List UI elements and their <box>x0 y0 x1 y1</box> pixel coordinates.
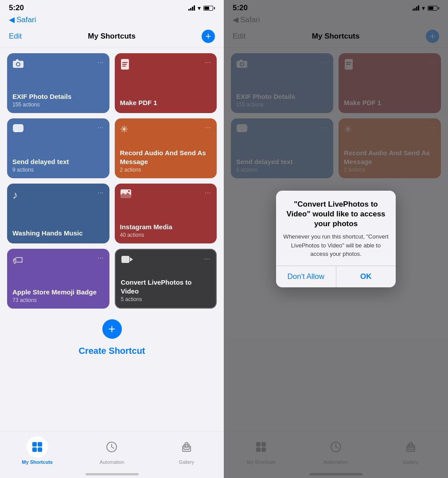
card-title-exif: EXIF Photo Details <box>12 92 104 101</box>
svg-line-20 <box>112 447 114 448</box>
card-apple[interactable]: 🏷 ··· Apple Store Memoji Badge 73 action… <box>7 249 109 309</box>
svg-rect-16 <box>32 447 37 452</box>
svg-rect-6 <box>122 64 127 65</box>
card-music[interactable]: ♪ ··· Washing Hands Music <box>7 184 109 243</box>
tab-label-shortcuts-left: My Shortcuts <box>22 459 53 465</box>
card-instagram[interactable]: ··· Instagram Media 40 actions <box>115 184 217 243</box>
clock-icon-left <box>105 441 118 453</box>
status-bar-left: 5:20 ▾ <box>0 0 224 14</box>
right-panel: 5:20 ▾ ◀ Safari Edit My Shortcuts + <box>224 0 448 478</box>
page-title-left: My Shortcuts <box>88 32 136 41</box>
card-title-pdf: Make PDF 1 <box>120 98 212 107</box>
svg-rect-22 <box>184 444 189 450</box>
home-indicator-left <box>86 473 139 475</box>
create-shortcut-left[interactable]: Create Shortcut <box>0 346 224 360</box>
more-icon-pdf[interactable]: ··· <box>205 59 211 66</box>
card-audio[interactable]: ✳ ··· Record Audio And Send As Message 2… <box>115 118 217 178</box>
wifi-icon-left: ▾ <box>198 4 201 12</box>
dialog-message: Whenever you run this shortcut, "Convert… <box>283 232 389 259</box>
tab-label-gallery-left: Gallery <box>179 459 194 465</box>
ok-button[interactable]: OK <box>336 266 396 287</box>
music-icon: ♪ <box>12 189 18 201</box>
edit-button-left[interactable]: Edit <box>9 32 22 41</box>
card-title-text: Send delayed text <box>12 157 104 166</box>
tab-automation-left[interactable]: Automation <box>74 436 149 465</box>
card-text[interactable]: ··· Send delayed text 9 actions <box>7 118 109 178</box>
card-pdf[interactable]: ··· Make PDF 1 <box>115 53 217 113</box>
battery-icon-left <box>203 6 215 11</box>
card-title-apple: Apple Store Memoji Badge <box>12 288 104 297</box>
photo-icon <box>120 189 132 201</box>
more-icon-apple[interactable]: ··· <box>97 254 104 261</box>
camera-icon <box>12 59 24 71</box>
svg-rect-7 <box>122 66 126 67</box>
svg-rect-12 <box>121 256 129 263</box>
left-panel: 5:20 ▾ ◀ Safari Edit My Shortcuts + <box>0 0 224 478</box>
more-icon-music[interactable]: ··· <box>97 189 104 196</box>
spinner-icon: ✳ <box>120 124 128 135</box>
tab-gallery-left[interactable]: Gallery <box>149 436 224 465</box>
back-label-left[interactable]: Safari <box>16 16 36 24</box>
chat-icon <box>12 124 24 137</box>
card-title-instagram: Instagram Media <box>120 223 212 231</box>
permission-dialog: "Convert LivePhotos to Video" would like… <box>276 191 396 287</box>
svg-rect-3 <box>16 59 19 61</box>
add-button-left[interactable]: + <box>202 30 215 43</box>
shortcuts-grid-left: ··· EXIF Photo Details 155 actions ··· <box>0 48 224 314</box>
layers-icon-left <box>180 441 193 453</box>
card-title-music: Washing Hands Music <box>12 229 104 238</box>
dialog-actions: Don't Allow OK <box>276 266 396 287</box>
card-subtitle-convert: 5 actions <box>121 296 211 302</box>
video-icon <box>121 255 133 266</box>
card-subtitle-exif: 155 actions <box>12 102 104 108</box>
dialog-title: "Convert LivePhotos to Video" would like… <box>283 200 389 229</box>
back-nav-left[interactable]: ◀ Safari <box>0 14 224 27</box>
tab-bar-left: My Shortcuts Automation Gall <box>0 431 224 478</box>
card-title-convert: Convert LivePhotos to Video <box>121 278 211 295</box>
svg-rect-17 <box>38 447 42 452</box>
grid-icon-active <box>31 441 43 453</box>
more-icon-text[interactable]: ··· <box>97 124 104 131</box>
card-title-audio: Record Audio And Send As Message <box>120 149 212 166</box>
back-arrow-left[interactable]: ◀ <box>9 15 15 24</box>
svg-rect-8 <box>13 124 23 132</box>
tag-icon: 🏷 <box>12 254 23 266</box>
add-shortcut-button-left[interactable]: + <box>102 319 122 339</box>
card-subtitle-audio: 2 actions <box>120 167 212 173</box>
signal-icon-left <box>188 5 195 11</box>
more-icon-exif[interactable]: ··· <box>97 59 104 66</box>
svg-rect-15 <box>38 442 42 447</box>
more-icon-instagram[interactable]: ··· <box>205 189 211 196</box>
card-convert[interactable]: ··· Convert LivePhotos to Video 5 action… <box>115 249 217 309</box>
svg-rect-5 <box>122 62 128 63</box>
card-subtitle-instagram: 40 actions <box>120 232 212 238</box>
svg-marker-13 <box>130 257 133 262</box>
card-exif[interactable]: ··· EXIF Photo Details 155 actions <box>7 53 109 113</box>
tab-my-shortcuts-left[interactable]: My Shortcuts <box>0 436 74 465</box>
document-icon <box>120 59 130 73</box>
dont-allow-button[interactable]: Don't Allow <box>276 266 336 287</box>
card-subtitle-apple: 73 actions <box>12 297 104 303</box>
svg-rect-14 <box>32 442 37 447</box>
time-left: 5:20 <box>9 4 24 12</box>
nav-bar-left: Edit My Shortcuts + <box>0 27 224 48</box>
more-icon-audio[interactable]: ··· <box>205 124 211 131</box>
svg-rect-23 <box>185 443 188 448</box>
svg-point-2 <box>17 63 19 66</box>
tab-label-automation-left: Automation <box>100 459 125 465</box>
card-subtitle-text: 9 actions <box>12 167 104 173</box>
status-icons-left: ▾ <box>188 4 215 12</box>
svg-point-11 <box>128 190 130 192</box>
more-icon-convert[interactable]: ··· <box>204 255 210 262</box>
